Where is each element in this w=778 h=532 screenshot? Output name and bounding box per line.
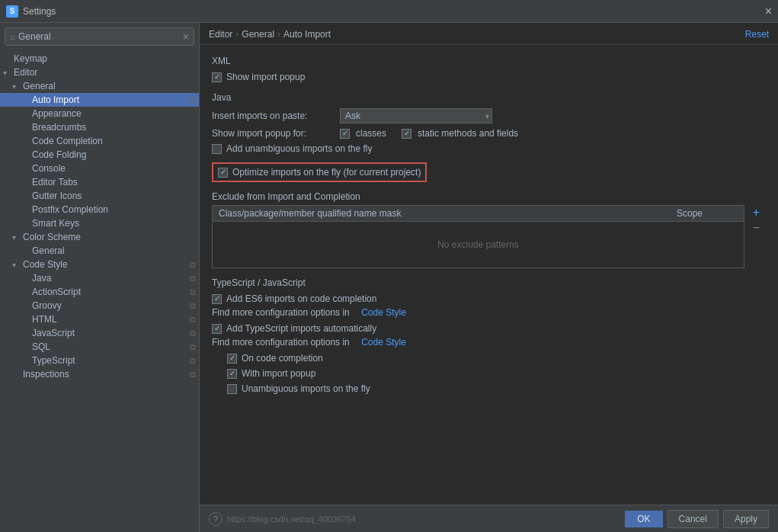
sidebar-item-groovy[interactable]: Groovy ⧉	[0, 299, 199, 312]
with-import-popup-checkbox[interactable]	[227, 369, 237, 379]
apply-button[interactable]: Apply	[723, 510, 769, 528]
sidebar-item-label: Console	[32, 163, 196, 174]
breadcrumb-auto-import: Auto Import	[283, 29, 331, 40]
sidebar-item-label: Java	[32, 273, 187, 284]
sidebar-item-breadcrumbs[interactable]: Breadcrumbs	[0, 120, 199, 134]
insert-imports-dropdown-wrap: Ask Always Never ▾	[340, 108, 492, 123]
exclude-col-scope: Scope	[677, 208, 738, 219]
add-unambiguous-row: Add unambiguous imports on the fly	[212, 141, 766, 156]
search-input[interactable]	[18, 31, 180, 42]
on-code-completion-label: On code completion	[242, 353, 323, 364]
search-box[interactable]: ⌕ ×	[5, 27, 194, 46]
sidebar-item-code-folding[interactable]: Code Folding	[0, 148, 199, 162]
sidebar-item-auto-import[interactable]: Auto Import ⧉	[0, 93, 199, 107]
classes-checkbox[interactable]	[340, 129, 350, 139]
sidebar-item-label: ActionScript	[32, 287, 187, 297]
sidebar-item-console[interactable]: Console	[0, 162, 199, 175]
copy-icon: ⧉	[190, 287, 196, 297]
sidebar-item-actionscript[interactable]: ActionScript ⧉	[0, 285, 199, 299]
sidebar-item-label: Code Folding	[32, 149, 196, 160]
add-unambiguous-checkbox[interactable]	[212, 144, 222, 154]
reset-button[interactable]: Reset	[745, 29, 769, 40]
content-header: Editor › General › Auto Import Reset	[200, 23, 778, 45]
static-checkbox[interactable]	[402, 129, 411, 139]
with-import-popup-label: With import popup	[242, 368, 315, 379]
search-clear-button[interactable]: ×	[183, 30, 189, 43]
ts-section-label: TypeScript / JavaScript	[212, 277, 766, 288]
search-icon: ⌕	[10, 31, 15, 42]
sidebar-item-color-scheme-general[interactable]: General	[0, 244, 199, 258]
copy-icon: ⧉	[190, 328, 196, 338]
help-button[interactable]: ?	[209, 512, 223, 526]
classes-label: classes	[356, 128, 386, 139]
exclude-empty-label: No exclude patterns	[437, 239, 519, 250]
sidebar-item-color-scheme[interactable]: Color Scheme	[0, 230, 199, 244]
show-import-popup-xml-checkbox[interactable]	[212, 72, 222, 82]
arrow-icon	[3, 69, 12, 77]
sidebar-item-inspections[interactable]: Inspections ⧉	[0, 367, 199, 381]
sidebar-item-smart-keys[interactable]: Smart Keys	[0, 216, 199, 230]
ts-imports-auto-checkbox[interactable]	[212, 324, 222, 334]
breadcrumb-editor: Editor	[209, 29, 232, 40]
sidebar-item-postfix-completion[interactable]: Postfix Completion	[0, 203, 199, 216]
find-more-2-label: Find more configuration options in	[212, 337, 350, 348]
code-style-link-2[interactable]: Code Style	[361, 337, 406, 348]
settings-icon: S	[6, 5, 18, 18]
sidebar-item-label: JavaScript	[32, 328, 187, 338]
java-section-label: Java	[212, 92, 766, 103]
sidebar-item-html[interactable]: HTML ⧉	[0, 312, 199, 326]
sidebar-item-code-completion[interactable]: Code Completion	[0, 134, 199, 148]
show-popup-for-label: Show import popup for:	[212, 128, 334, 139]
breadcrumb-sep: ›	[277, 29, 280, 40]
sidebar-item-sql[interactable]: SQL ⧉	[0, 340, 199, 354]
optimize-imports-checkbox[interactable]	[218, 168, 228, 178]
sidebar-item-label: Code Style	[23, 259, 187, 270]
find-more-1-label: Find more configuration options in	[212, 307, 350, 318]
arrow-icon	[12, 82, 21, 91]
exclude-table-container: Class/package/member qualified name mask…	[212, 205, 744, 268]
on-code-completion-checkbox[interactable]	[227, 354, 237, 364]
sidebar-item-typescript[interactable]: TypeScript ⧉	[0, 354, 199, 367]
sidebar-item-label: General	[32, 245, 196, 256]
ts-imports-auto-row: Add TypeScript imports automatically	[212, 321, 766, 336]
exclude-section: Exclude from Import and Completion Class…	[212, 191, 766, 268]
show-import-popup-xml-label: Show import popup	[226, 72, 305, 82]
exclude-add-button[interactable]: +	[753, 207, 760, 219]
close-button[interactable]: ×	[765, 5, 772, 18]
title-bar: S Settings ×	[0, 0, 778, 23]
exclude-table-header: Class/package/member qualified name mask…	[213, 206, 744, 222]
optimize-imports-label: Optimize imports on the fly (for current…	[232, 167, 421, 178]
show-import-popup-xml-row: Show import popup	[212, 69, 766, 85]
sidebar-item-keymap[interactable]: Keymap	[0, 52, 199, 66]
add-es6-row: Add ES6 imports on code completion	[212, 291, 766, 306]
sidebar-item-label: Gutter Icons	[32, 191, 196, 201]
sidebar-item-general[interactable]: General	[0, 79, 199, 93]
code-style-link-1[interactable]: Code Style	[361, 307, 406, 318]
insert-imports-dropdown[interactable]: Ask Always Never	[340, 108, 492, 123]
sidebar-item-label: Postfix Completion	[32, 204, 196, 215]
sidebar-item-code-style[interactable]: Code Style ⧉	[0, 258, 199, 271]
exclude-label: Exclude from Import and Completion	[212, 191, 766, 202]
cancel-button[interactable]: Cancel	[668, 510, 719, 528]
sidebar-item-label: Keymap	[14, 53, 196, 64]
content-body: XML Show import popup Java Insert import…	[200, 45, 778, 505]
breadcrumb: Editor › General › Auto Import	[209, 29, 331, 40]
copy-icon: ⧉	[190, 301, 196, 311]
sidebar-item-gutter-icons[interactable]: Gutter Icons	[0, 189, 199, 203]
copy-icon: ⧉	[190, 260, 196, 270]
sidebar-item-editor-tabs[interactable]: Editor Tabs	[0, 175, 199, 189]
add-es6-checkbox[interactable]	[212, 294, 222, 304]
main-layout: ⌕ × Keymap Editor General	[0, 23, 778, 532]
sidebar-item-label: Auto Import	[32, 95, 187, 105]
sidebar-item-editor[interactable]: Editor	[0, 66, 199, 79]
copy-icon: ⧉	[190, 356, 196, 366]
ok-button[interactable]: OK	[625, 511, 662, 527]
unambiguous-checkbox[interactable]	[227, 384, 237, 394]
exclude-remove-button[interactable]: −	[753, 222, 760, 234]
sidebar-item-javascript[interactable]: JavaScript ⧉	[0, 326, 199, 340]
sidebar-item-label: General	[23, 81, 196, 91]
sidebar-item-appearance[interactable]: Appearance	[0, 107, 199, 120]
sidebar-item-label: Inspections	[23, 369, 187, 380]
sidebar-item-java[interactable]: Java ⧉	[0, 271, 199, 285]
copy-icon: ⧉	[190, 370, 196, 380]
